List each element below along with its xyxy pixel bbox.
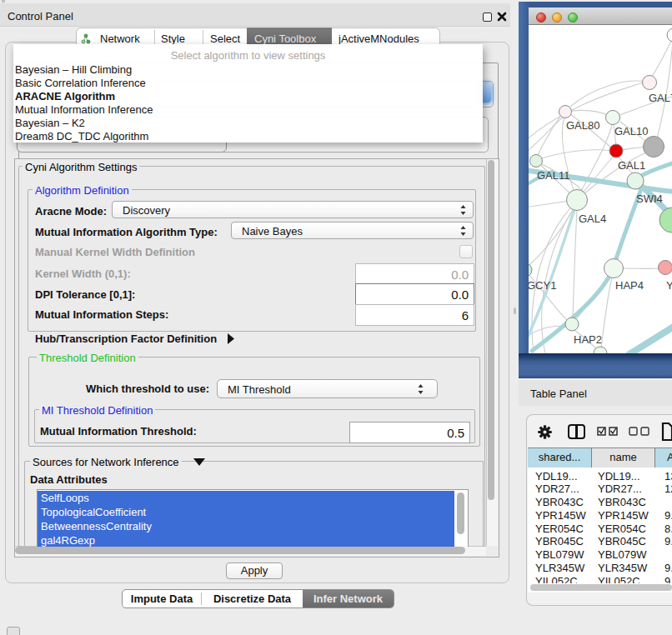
svg-text:GAL1: GAL1 [618,159,645,172]
svg-text:GAL4: GAL4 [579,212,606,225]
svg-text:GAL7: GAL7 [649,92,672,104]
svg-text:GAL80: GAL80 [566,119,599,132]
svg-text:GAL10: GAL10 [614,125,648,138]
svg-text:HAP2: HAP2 [574,333,602,346]
svg-text:HAP4: HAP4 [615,279,644,292]
svg-text:GCY1: GCY1 [529,279,556,292]
svg-text:SWI4: SWI4 [636,192,663,205]
svg-text:Y: Y [666,279,672,292]
svg-text:GAL11: GAL11 [537,169,570,182]
